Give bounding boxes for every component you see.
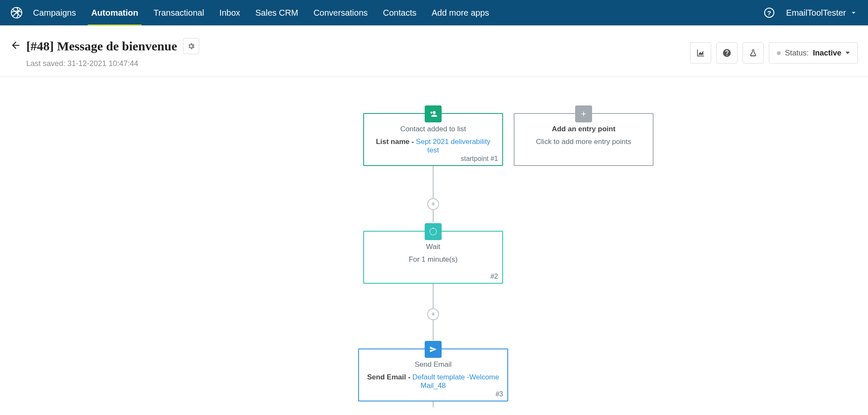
node-title: Wait <box>370 243 496 251</box>
status-value: Inactive <box>813 49 841 58</box>
add-step-button[interactable]: + <box>427 198 439 210</box>
node-index: #3 <box>495 390 503 398</box>
nav-contacts[interactable]: Contacts <box>383 1 417 25</box>
nav-add-more-apps[interactable]: Add more apps <box>431 1 489 25</box>
status-dropdown[interactable]: Status: Inactive <box>769 42 858 64</box>
list-name-label: List name - <box>376 138 416 146</box>
nav-items: Campaigns Automation Transactional Inbox… <box>33 1 489 25</box>
help-button[interactable] <box>716 42 737 64</box>
nav-conversations[interactable]: Conversations <box>314 1 368 25</box>
brand-logo[interactable] <box>10 6 23 19</box>
nav-right: ? EmailToolTester <box>764 8 858 18</box>
chart-area-icon <box>696 48 705 58</box>
node-subtitle: Click to add more entry points <box>520 138 647 146</box>
top-nav: Campaigns Automation Transactional Inbox… <box>0 0 868 25</box>
add-step-button[interactable]: + <box>427 308 439 320</box>
chevron-down-icon <box>846 52 850 54</box>
connector-line <box>433 401 434 407</box>
node-index: startpoint #1 <box>461 155 498 163</box>
wait-icon <box>425 223 442 240</box>
node-title: Add an entry point <box>520 125 647 133</box>
page-title: [#48] Message de bienvenue <box>26 39 177 53</box>
nav-automation[interactable]: Automation <box>91 1 138 25</box>
title-block: [#48] Message de bienvenue Last saved: 3… <box>26 38 199 68</box>
status-dot-icon <box>777 51 781 55</box>
node-detail: List name - Sept 2021 deliverability tes… <box>370 138 496 155</box>
contact-add-icon <box>425 105 442 122</box>
node-wait[interactable]: Wait For 1 minute(s) #2 <box>363 231 503 284</box>
header-actions: Status: Inactive <box>690 42 858 64</box>
node-detail: For 1 minute(s) <box>370 255 496 264</box>
nav-inbox[interactable]: Inbox <box>220 1 240 25</box>
node-entry-contact-added[interactable]: Contact added to list List name - Sept 2… <box>363 113 503 166</box>
test-button[interactable] <box>743 42 764 64</box>
nav-sales-crm[interactable]: Sales CRM <box>256 1 298 25</box>
back-arrow-icon[interactable] <box>10 40 21 54</box>
status-label: Status: <box>785 49 809 58</box>
nav-campaigns[interactable]: Campaigns <box>33 1 76 25</box>
node-send-email[interactable]: Send Email Send Email - Default template… <box>358 349 508 401</box>
question-circle-icon <box>722 48 732 58</box>
workflow-canvas[interactable]: Contact added to list List name - Sept 2… <box>0 77 868 407</box>
stats-button[interactable] <box>690 42 711 64</box>
settings-button[interactable] <box>183 38 199 54</box>
node-title: Contact added to list <box>370 125 496 133</box>
chevron-down-icon <box>849 8 858 17</box>
template-link[interactable]: Default template -Welcome Mail_48 <box>412 373 499 390</box>
help-icon[interactable]: ? <box>764 8 774 18</box>
node-index: #2 <box>490 273 498 280</box>
last-saved-text: Last saved: 31-12-2021 10:47:44 <box>26 59 199 68</box>
gear-icon <box>187 42 195 50</box>
page-header: [#48] Message de bienvenue Last saved: 3… <box>0 25 868 77</box>
list-link[interactable]: Sept 2021 deliverability test <box>416 138 490 154</box>
plus-icon <box>575 105 592 122</box>
connector-line <box>433 166 434 222</box>
send-icon <box>425 341 442 358</box>
node-detail: Send Email - Default template -Welcome M… <box>365 373 501 390</box>
account-menu[interactable]: EmailToolTester <box>786 8 858 18</box>
nav-transactional[interactable]: Transactional <box>153 1 204 25</box>
node-add-entry-point[interactable]: Add an entry point Click to add more ent… <box>514 113 654 166</box>
send-email-label: Send Email - <box>367 373 412 381</box>
flask-icon <box>749 48 757 58</box>
node-title: Send Email <box>365 360 501 369</box>
account-name: EmailToolTester <box>786 8 846 18</box>
